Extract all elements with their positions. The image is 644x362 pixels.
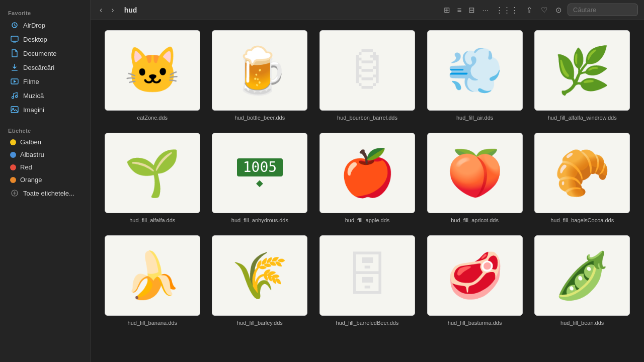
filme-label: Filme <box>23 78 39 85</box>
search-input[interactable] <box>568 4 638 16</box>
sidebar-item-airdrop[interactable]: AirDrop <box>3 19 87 32</box>
sidebar-item-filme[interactable]: Filme <box>3 75 87 88</box>
documente-icon <box>10 49 19 58</box>
file-item[interactable]: 🌾 hud_fill_barley.dds <box>210 235 310 326</box>
file-name: hud_bourbon_barrel.dds <box>337 115 397 121</box>
sidebar-item-galben[interactable]: Galben <box>3 136 87 148</box>
file-thumbnail: 🍎 <box>319 133 415 213</box>
sidebar-item-muzica[interactable]: Muzică <box>3 89 87 102</box>
forward-button[interactable]: › <box>108 4 117 17</box>
descarcari-label: Descărcări <box>23 64 54 71</box>
file-thumbnail: 🗄 <box>319 235 415 316</box>
file-name: hud_fill_apricot.dds <box>451 217 499 223</box>
filme-icon <box>10 77 19 86</box>
sidebar-item-desktop[interactable]: Desktop <box>3 33 87 46</box>
sidebar-item-all-tags[interactable]: Toate etichetele... <box>3 187 87 200</box>
file-item[interactable]: 🍺 hud_bottle_beer.dds <box>210 30 310 121</box>
file-icon: 🍎 <box>337 143 397 203</box>
file-icon: 🌿 <box>552 40 612 101</box>
file-icon: 🍌 <box>122 245 183 306</box>
back-button[interactable]: ‹ <box>97 4 105 17</box>
imagini-icon <box>10 105 19 114</box>
svg-rect-1 <box>11 36 18 41</box>
albastru-dot <box>10 152 16 158</box>
sidebar-item-orange[interactable]: Orange <box>3 174 87 186</box>
column-view-btn[interactable]: ⊟ <box>466 4 477 17</box>
file-thumbnail: 🛢 <box>319 30 415 111</box>
file-icon: 🫛 <box>552 245 612 306</box>
muzica-icon <box>10 91 19 100</box>
sidebar-item-imagini[interactable]: Imagini <box>3 103 87 116</box>
icon-view-btn[interactable]: ⊞ <box>441 4 453 17</box>
file-name: hud_fill_air.dds <box>456 115 493 121</box>
file-name: hud_fill_bagelsCocoa.dds <box>550 217 614 223</box>
svg-rect-7 <box>11 107 18 113</box>
file-item[interactable]: 🍎 hud_fill_apple.dds <box>317 133 417 223</box>
airdrop-icon <box>10 21 19 30</box>
file-item[interactable]: 1005 ◆ hud_fill_anhydrous.dds <box>210 133 310 223</box>
view-controls: ⊞ ≡ ⊟ ··· ⋮⋮⋮ <box>441 4 521 17</box>
file-item[interactable]: 🗄 hud_fill_barreledBeer.dds <box>317 235 417 326</box>
desktop-label: Desktop <box>23 36 47 43</box>
file-name: catZone.dds <box>137 115 168 121</box>
red-dot <box>10 164 16 170</box>
file-item[interactable]: 🌿 hud_fill_alfalfa_windrow.dds <box>532 30 632 121</box>
file-item[interactable]: 💨 hud_fill_air.dds <box>425 30 525 121</box>
file-icon: 🍺 <box>229 40 290 101</box>
file-icon: 🐱 <box>122 40 183 101</box>
list-view-btn[interactable]: ≡ <box>455 4 464 16</box>
share-btn[interactable]: ⇪ <box>524 4 535 17</box>
file-icon: 🥐 <box>552 143 612 203</box>
galben-label: Galben <box>20 138 41 146</box>
file-item[interactable]: 🐱 catZone.dds <box>103 30 202 121</box>
file-item[interactable]: 🌱 hud_fill_alfalfa.dds <box>103 133 202 223</box>
file-name: hud_fill_banana.dds <box>128 320 177 326</box>
favorite-btn[interactable]: ♡ <box>538 4 550 17</box>
gallery-view-btn[interactable]: ··· <box>479 4 491 16</box>
file-icon: 🛢 <box>337 40 397 101</box>
file-icon: 🥩 <box>445 245 505 306</box>
favorites-label: Favorite <box>0 4 90 18</box>
sidebar-item-red[interactable]: Red <box>3 161 87 173</box>
all-tags-label: Toate etichetele... <box>23 190 74 197</box>
file-name: hud_fill_basturma.dds <box>448 320 502 326</box>
orange-label: Orange <box>20 176 42 184</box>
descarcari-icon <box>10 63 19 72</box>
file-thumbnail: 🐱 <box>105 30 200 111</box>
toolbar: ‹ › hud ⊞ ≡ ⊟ ··· ⋮⋮⋮ ⇪ ♡ ⊙ <box>91 0 644 20</box>
file-item[interactable]: 🍑 hud_fill_apricot.dds <box>425 133 525 223</box>
file-thumbnail: 🍌 <box>105 235 200 316</box>
sidebar-item-descarcari[interactable]: Descărcări <box>3 61 87 74</box>
file-thumbnail: 💨 <box>427 30 523 111</box>
file-icon: 💨 <box>445 40 505 101</box>
sidebar: Favorite AirDrop Desktop Documente Descă… <box>0 0 91 362</box>
info-btn[interactable]: ⊙ <box>553 4 565 17</box>
file-item[interactable]: 🥩 hud_fill_basturma.dds <box>425 235 525 326</box>
file-thumbnail: 🥩 <box>427 235 523 316</box>
file-name: hud_fill_bean.dds <box>560 320 604 326</box>
file-item[interactable]: 🛢 hud_bourbon_barrel.dds <box>317 30 417 121</box>
svg-point-5 <box>12 97 14 99</box>
file-thumbnail: 🌿 <box>534 30 630 111</box>
sidebar-item-albastru[interactable]: Albastru <box>3 149 87 160</box>
file-item[interactable]: 🫛 hud_fill_bean.dds <box>532 235 632 326</box>
svg-rect-2 <box>13 42 16 43</box>
file-thumbnail: 🌱 <box>105 133 200 213</box>
albastru-label: Albastru <box>20 151 44 158</box>
desktop-icon <box>10 35 19 44</box>
file-thumbnail: 🌾 <box>212 235 307 316</box>
orange-dot <box>10 177 16 183</box>
tags-label: Etichete <box>0 122 90 136</box>
galben-dot <box>10 139 16 145</box>
file-item[interactable]: 🍌 hud_fill_banana.dds <box>103 235 202 326</box>
grid-view-btn[interactable]: ⋮⋮⋮ <box>493 4 521 17</box>
documente-label: Documente <box>23 50 56 57</box>
file-name: hud_fill_alfalfa_windrow.dds <box>548 115 617 121</box>
file-name: hud_fill_apple.dds <box>345 217 390 223</box>
airdrop-label: AirDrop <box>23 22 45 29</box>
file-item[interactable]: 🥐 hud_fill_bagelsCocoa.dds <box>532 133 632 223</box>
sidebar-item-documente[interactable]: Documente <box>3 47 87 60</box>
file-thumbnail: 🫛 <box>534 235 630 316</box>
file-thumbnail: 🍺 <box>212 30 307 111</box>
file-grid: 🐱 catZone.dds 🍺 hud_bottle_beer.dds 🛢 hu… <box>103 30 632 326</box>
